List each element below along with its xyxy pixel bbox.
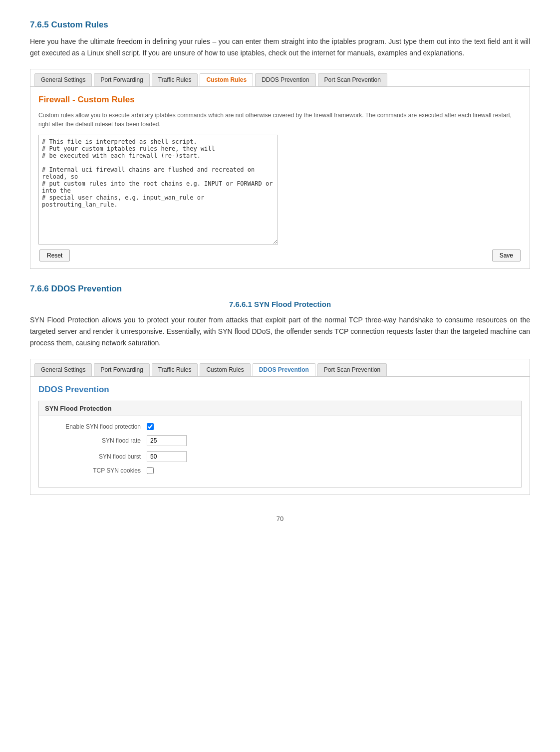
page-number: 70 [30, 515, 530, 522]
syn-row-rate: SYN flood rate [47, 435, 513, 446]
fw-content-1: Firewall - Custom Rules Custom rules all… [30, 87, 530, 268]
reset-button-1[interactable]: Reset [39, 250, 70, 261]
section-766-heading: 7.6.6 DDOS Prevention [30, 284, 530, 294]
fw-buttons-1: Reset Save [38, 250, 522, 261]
fw-tabs-2: General Settings Port Forwarding Traffic… [30, 359, 530, 377]
tab-port-scan-prevention-1[interactable]: Port Scan Prevention [318, 73, 387, 86]
firewall-box-1: General Settings Port Forwarding Traffic… [30, 69, 530, 269]
fw-custom-rules-textarea[interactable]: # This file is interpreted as shell scri… [38, 135, 278, 245]
section-766: 7.6.6 DDOS Prevention 7.6.6.1 SYN Flood … [30, 284, 530, 495]
syn-label-cookies: TCP SYN cookies [47, 467, 147, 474]
tab-ddos-prevention-1[interactable]: DDOS Prevention [255, 73, 315, 86]
syn-flood-section: SYN Flood Protection Enable SYN flood pr… [38, 401, 522, 488]
syn-input-burst[interactable] [147, 451, 187, 462]
section-765: 7.6.5 Custom Rules Here you have the ult… [30, 20, 530, 269]
syn-label-enable: Enable SYN flood protection [47, 423, 147, 430]
tab-traffic-rules-2[interactable]: Traffic Rules [152, 363, 198, 376]
syn-checkbox-cookies[interactable] [147, 467, 154, 474]
fw-content-2: DDOS Prevention SYN Flood Protection Ena… [30, 377, 530, 495]
tab-custom-rules-1[interactable]: Custom Rules [200, 73, 253, 86]
section-765-para1: Here you have the ultimate freedom in de… [30, 36, 530, 59]
syn-row-enable: Enable SYN flood protection [47, 423, 513, 430]
section-7661-heading: 7.6.6.1 SYN Flood Protection [30, 300, 530, 308]
syn-flood-header: SYN Flood Protection [39, 401, 521, 416]
section-7661-para1: SYN Flood Protection allows you to prote… [30, 314, 530, 349]
syn-row-burst: SYN flood burst [47, 451, 513, 462]
syn-input-rate[interactable] [147, 435, 187, 446]
fw-title-2: DDOS Prevention [38, 385, 522, 395]
fw-title-1: Firewall - Custom Rules [38, 95, 522, 105]
syn-label-burst: SYN flood burst [47, 453, 147, 460]
syn-checkbox-enable[interactable] [147, 423, 154, 430]
firewall-box-2: General Settings Port Forwarding Traffic… [30, 359, 530, 495]
tab-ddos-prevention-2[interactable]: DDOS Prevention [253, 363, 315, 376]
tab-port-forwarding-2[interactable]: Port Forwarding [94, 363, 149, 376]
tab-traffic-rules-1[interactable]: Traffic Rules [152, 73, 198, 86]
tab-custom-rules-2[interactable]: Custom Rules [200, 363, 250, 376]
syn-label-rate: SYN flood rate [47, 437, 147, 444]
tab-port-scan-prevention-2[interactable]: Port Scan Prevention [317, 363, 387, 376]
section-765-heading: 7.6.5 Custom Rules [30, 20, 530, 30]
fw-desc-1: Custom rules allow you to execute arbrit… [38, 111, 522, 129]
save-button-1[interactable]: Save [492, 250, 521, 261]
tab-general-settings-1[interactable]: General Settings [34, 73, 92, 86]
tab-port-forwarding-1[interactable]: Port Forwarding [94, 73, 149, 86]
syn-flood-body: Enable SYN flood protection SYN flood ra… [39, 416, 521, 487]
syn-row-cookies: TCP SYN cookies [47, 467, 513, 474]
fw-tabs-1: General Settings Port Forwarding Traffic… [30, 69, 530, 87]
tab-general-settings-2[interactable]: General Settings [34, 363, 92, 376]
